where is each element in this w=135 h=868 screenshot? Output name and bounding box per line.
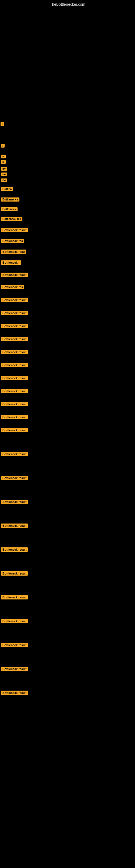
small-label-6: Bo [1,173,7,176]
result-label-24: Bottleneck result [1,376,28,380]
small-label-5: Bo [1,167,7,170]
result-3148: Bottleneck result [1,691,28,695]
result-label-21: Bottleneck result [1,337,28,341]
result-label-16: Bottleneck result [1,273,28,277]
small-label-7: Bo [1,179,7,182]
result-label-13: Bottleneck res [1,239,24,243]
small-label-1: | [1,122,4,126]
small-label-4: B [1,160,6,164]
site-title: TheBottlenecker.com [0,0,135,8]
result-label-12: Bottleneck result [1,228,28,232]
result-label-22: Bottleneck result [1,350,28,354]
result-label-10: Bottleneck [1,207,17,211]
result-2440: Bottleneck result [1,500,28,504]
result-2620: Bottleneck result [1,547,28,552]
small-label-2: | [1,144,5,148]
result-2972: Bottleneck result [1,643,28,647]
result-2795: Bottleneck result [1,595,28,599]
chart-area [0,8,135,122]
result-label-15: Bottleneck r [1,260,21,265]
result-label-18: Bottleneck result [1,298,28,302]
result-label-23: Bottleneck result [1,363,28,367]
result-label-8: Bottlen [1,187,13,191]
result-3059: Bottleneck result [1,667,28,671]
result-label-14: Bottleneck resu [1,250,26,254]
result-label-20: Bottleneck result [1,324,28,328]
result-label-9: Bottleneck r [1,197,19,202]
result-2879: Bottleneck result [1,619,28,623]
result-2270: Bottleneck result [1,452,28,456]
result-2177: Bottleneck result [1,428,28,432]
result-2354: Bottleneck result [1,476,28,480]
result-label-17: Bottleneck res [1,285,24,289]
result-label-26: Bottleneck result [1,402,28,406]
result-2531: Bottleneck result [1,524,28,528]
result-label-11: Bottleneck res [1,217,22,221]
result-label-27: Bottleneck result [1,415,28,420]
result-label-19: Bottleneck result [1,311,28,315]
result-label-25: Bottleneck result [1,389,28,393]
result-2710: Bottleneck result [1,571,28,576]
small-label-3: B [1,155,6,158]
